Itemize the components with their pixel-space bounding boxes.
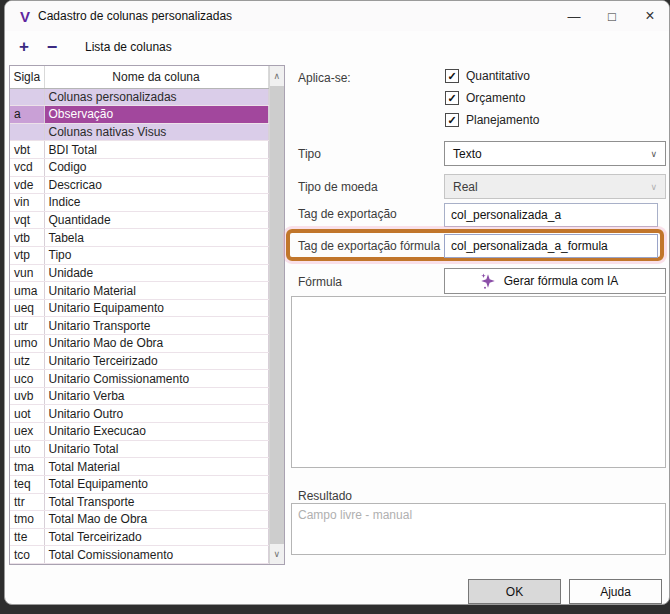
cell-sigla[interactable]: tma [10,458,44,476]
cell-nome[interactable]: Total Comissionamento [44,546,268,564]
cell-sigla[interactable]: uto [10,440,44,458]
cell-sigla[interactable]: tco [10,546,44,564]
cell-sigla[interactable]: vtb [10,229,44,247]
cell-sigla[interactable]: uvb [10,387,44,405]
minimize-icon[interactable]: — [555,1,593,31]
cell-sigla[interactable] [10,88,44,106]
table-row[interactable]: aObservação [10,106,268,124]
checkbox-icon[interactable]: ✓ [445,69,459,83]
cell-nome[interactable]: Unidade [44,264,268,282]
table-row[interactable]: uotUnitario Outro [10,405,268,423]
checkbox-row[interactable]: ✓Orçamento [445,87,539,109]
table-row[interactable]: utzUnitario Terceirizado [10,352,268,370]
table-row[interactable]: uvbUnitario Verba [10,387,268,405]
cell-nome[interactable]: Unitario Material [44,282,268,300]
remove-column-button[interactable]: − [41,37,63,58]
cell-sigla[interactable]: vun [10,264,44,282]
cell-nome[interactable]: Indice [44,194,268,212]
cell-sigla[interactable]: uex [10,423,44,441]
table-row[interactable]: tteTotal Terceirizado [10,528,268,546]
cell-sigla[interactable]: vtp [10,246,44,264]
table-row[interactable]: vtbTabela [10,229,268,247]
cell-nome[interactable]: Tabela [44,229,268,247]
cell-nome[interactable]: Unitario Transporte [44,317,268,335]
cell-sigla[interactable]: uot [10,405,44,423]
tag-exportacao-input[interactable] [444,203,658,227]
table-row[interactable]: tcoTotal Comissionamento [10,546,268,564]
scroll-down-icon[interactable]: ∨ [270,544,285,564]
cell-nome[interactable]: Total Terceirizado [44,528,268,546]
cell-sigla[interactable]: vde [10,176,44,194]
cell-nome[interactable]: Total Transporte [44,493,268,511]
cell-sigla[interactable]: utz [10,352,44,370]
cell-sigla[interactable]: uma [10,282,44,300]
table-row[interactable]: tmoTotal Mao de Obra [10,511,268,529]
cell-nome[interactable]: Unitario Comissionamento [44,370,268,388]
checkbox-row[interactable]: ✓Planejamento [445,109,539,131]
cell-nome[interactable]: Unitario Verba [44,387,268,405]
cell-nome[interactable]: Unitario Terceirizado [44,352,268,370]
table-row[interactable]: utoUnitario Total [10,440,268,458]
table-row[interactable]: uexUnitario Execucao [10,423,268,441]
table-row[interactable]: vqtQuantidade [10,211,268,229]
cell-sigla[interactable]: tte [10,528,44,546]
cell-sigla[interactable]: uco [10,370,44,388]
scrollbar-thumb[interactable] [270,86,285,544]
checkbox-icon[interactable]: ✓ [445,91,459,105]
cell-nome[interactable]: Unitario Total [44,440,268,458]
cell-sigla[interactable]: teq [10,475,44,493]
cell-nome[interactable]: Total Equipamento [44,475,268,493]
table-row[interactable]: ttrTotal Transporte [10,493,268,511]
cell-nome[interactable]: Total Material [44,458,268,476]
cell-nome[interactable]: Quantidade [44,211,268,229]
cell-sigla[interactable]: tmo [10,511,44,529]
cell-nome[interactable]: Observação [44,106,268,124]
table-row[interactable]: tmaTotal Material [10,458,268,476]
checkbox-row[interactable]: ✓Quantitativo [445,65,539,87]
cell-nome[interactable]: Descricao [44,176,268,194]
ok-button[interactable]: OK [468,579,561,604]
table-row[interactable]: ueqUnitario Equipamento [10,299,268,317]
table-row[interactable]: Colunas personalizadas [10,88,268,106]
cell-sigla[interactable]: utr [10,317,44,335]
cell-sigla[interactable]: vcd [10,158,44,176]
add-column-button[interactable]: + [13,37,35,57]
table-row[interactable]: umaUnitario Material [10,282,268,300]
cell-sigla[interactable]: vin [10,194,44,212]
cell-nome[interactable]: Total Mao de Obra [44,511,268,529]
cell-sigla[interactable]: vbt [10,141,44,159]
table-scrollbar[interactable]: ∧ ∨ [269,66,285,564]
table-row[interactable]: Colunas nativas Visus [10,123,268,141]
tipo-select[interactable]: Texto ∨ [444,141,666,166]
table-row[interactable]: vinIndice [10,194,268,212]
cell-nome[interactable]: Codigo [44,158,268,176]
table-row[interactable]: vtpTipo [10,246,268,264]
cell-sigla[interactable]: ttr [10,493,44,511]
cell-sigla[interactable]: umo [10,335,44,353]
table-row[interactable]: vcdCodigo [10,158,268,176]
cell-nome[interactable]: BDI Total [44,141,268,159]
cell-nome[interactable]: Unitario Execucao [44,423,268,441]
table-row[interactable]: teqTotal Equipamento [10,475,268,493]
resultado-textarea[interactable] [291,503,666,555]
gerar-formula-ia-button[interactable]: Gerar fórmula com IA [444,268,666,294]
table-row[interactable]: vdeDescricao [10,176,268,194]
close-icon[interactable]: × [631,1,669,31]
maximize-icon[interactable]: □ [593,1,631,31]
cell-nome[interactable]: Unitario Mao de Obra [44,335,268,353]
scroll-up-icon[interactable]: ∧ [270,66,285,86]
cell-sigla[interactable] [10,123,44,141]
tag-exportacao-formula-input[interactable] [444,234,658,258]
cell-sigla[interactable]: a [10,106,44,124]
table-row[interactable]: vbtBDI Total [10,141,268,159]
table-row[interactable]: umoUnitario Mao de Obra [10,335,268,353]
cell-nome[interactable]: Tipo [44,246,268,264]
cell-sigla[interactable]: ueq [10,299,44,317]
cell-nome[interactable]: Unitario Outro [44,405,268,423]
help-button[interactable]: Ajuda [569,579,662,604]
table-row[interactable]: utrUnitario Transporte [10,317,268,335]
table-row[interactable]: ucoUnitario Comissionamento [10,370,268,388]
cell-sigla[interactable]: vqt [10,211,44,229]
formula-textarea[interactable] [291,296,666,468]
cell-nome[interactable]: Unitario Equipamento [44,299,268,317]
